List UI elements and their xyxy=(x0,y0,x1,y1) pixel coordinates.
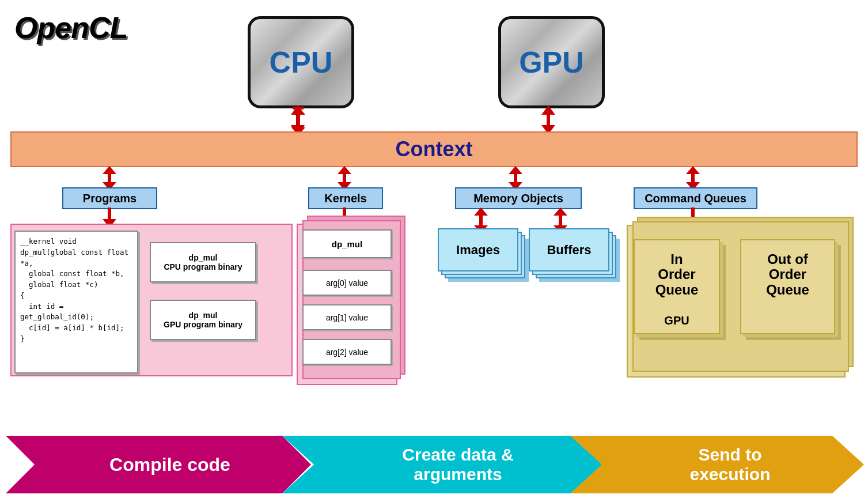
programs-header: Programs xyxy=(62,187,157,209)
svg-marker-33 xyxy=(554,207,567,216)
cpu-double-arrow xyxy=(289,105,306,134)
programs-arrow xyxy=(101,166,118,190)
images-label: Images xyxy=(456,243,500,258)
kernel-arg0-label: arg[0] value xyxy=(326,278,368,288)
svg-rect-24 xyxy=(691,173,695,183)
code-text: __kernel void dp_mul(global const float … xyxy=(20,236,132,345)
gpu-binary-box: dp_mul GPU program binary xyxy=(150,300,256,340)
send-execution-label: Send to execution xyxy=(689,445,770,484)
gpu-binary-label: dp_mul GPU program binary xyxy=(164,311,242,329)
command-arrow xyxy=(684,166,702,190)
svg-rect-21 xyxy=(514,173,517,183)
buffers-box: Buffers xyxy=(529,228,609,271)
gpu-box: GPU xyxy=(498,16,605,108)
kernels-header: Kernels xyxy=(308,187,383,209)
buffers-label: Buffers xyxy=(547,243,591,258)
svg-rect-31 xyxy=(479,214,483,226)
kernel-arg0-box: arg[0] value xyxy=(302,270,392,296)
in-order-queue-box: In Order Queue GPU xyxy=(634,239,720,334)
send-execution-container: Send to execution xyxy=(570,436,864,493)
out-order-queue-label: Out of Order Queue xyxy=(766,252,809,297)
opencl-title: OpenCL xyxy=(14,10,127,45)
images-box: Images xyxy=(438,228,518,271)
compile-code-container: Compile code xyxy=(6,436,311,493)
svg-marker-7 xyxy=(291,105,305,115)
kernel-arg2-label: arg[2] value xyxy=(326,348,368,357)
command-queues-header: Command Queues xyxy=(634,187,757,209)
code-box: __kernel void dp_mul(global const float … xyxy=(14,231,138,373)
svg-marker-23 xyxy=(686,166,700,174)
cpu-label: CPU xyxy=(270,45,333,80)
svg-marker-17 xyxy=(338,166,351,174)
memory-arrow xyxy=(507,166,524,190)
cpu-box: CPU xyxy=(248,16,354,108)
gpu-label: GPU xyxy=(519,45,584,80)
memory-objects-label: Memory Objects xyxy=(473,192,563,205)
svg-marker-20 xyxy=(509,166,522,174)
out-order-queue-box: Out of Order Queue xyxy=(740,239,835,334)
memory-objects-header: Memory Objects xyxy=(455,187,582,209)
svg-rect-12 xyxy=(547,114,550,125)
context-label: Context xyxy=(396,137,473,161)
programs-label: Programs xyxy=(83,192,137,205)
kernel-dp-mul-box: dp_mul xyxy=(302,229,392,258)
create-data-container: Create data & arguments xyxy=(282,436,605,493)
kernels-arrow xyxy=(336,166,353,190)
in-order-gpu-sub: GPU xyxy=(664,314,689,327)
create-data-label: Create data & arguments xyxy=(402,445,513,484)
in-order-queue-label: In Order Queue xyxy=(655,252,699,297)
cpu-binary-label: dp_mul CPU program binary xyxy=(164,253,242,271)
svg-rect-34 xyxy=(559,214,562,226)
kernels-label: Kernels xyxy=(324,192,366,205)
svg-rect-15 xyxy=(108,173,111,183)
kernel-dp-mul-label: dp_mul xyxy=(332,239,362,249)
kernel-arg1-label: arg[1] value xyxy=(326,313,368,322)
svg-marker-11 xyxy=(541,105,555,115)
svg-marker-14 xyxy=(103,166,116,174)
svg-rect-26 xyxy=(108,207,111,219)
kernel-arg2-box: arg[2] value xyxy=(302,339,392,365)
svg-marker-30 xyxy=(474,207,488,216)
kernel-arg1-box: arg[1] value xyxy=(302,304,392,330)
gpu-double-arrow xyxy=(540,105,557,134)
cpu-binary-box: dp_mul CPU program binary xyxy=(150,242,256,282)
context-bar: Context xyxy=(10,131,858,167)
command-queues-label: Command Queues xyxy=(645,192,746,205)
svg-rect-18 xyxy=(343,173,346,183)
compile-code-label: Compile code xyxy=(109,454,230,476)
